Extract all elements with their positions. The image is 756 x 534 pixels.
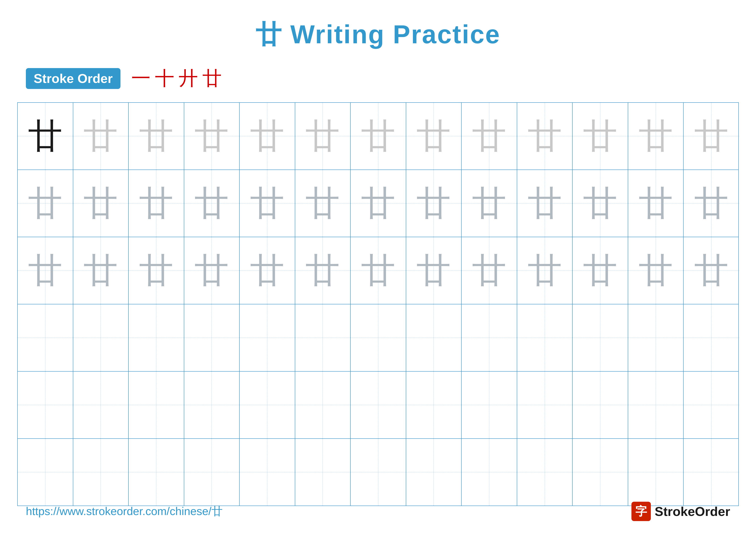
grid-cell: 廿	[18, 237, 73, 304]
grid-cell: 廿	[573, 237, 628, 304]
grid-cell: 廿	[406, 237, 462, 304]
grid-cell: 廿	[628, 237, 684, 304]
grid-cell	[129, 439, 184, 506]
grid-cell: 廿	[184, 170, 240, 237]
grid-cell	[406, 439, 462, 506]
practice-char: 廿	[28, 119, 63, 153]
practice-char: 廿	[83, 186, 118, 220]
practice-char: 廿	[694, 119, 729, 153]
footer: https://www.strokeorder.com/chinese/廿 字 …	[26, 502, 730, 521]
grid-cell	[184, 439, 240, 506]
grid-cell	[628, 439, 684, 506]
practice-char: 廿	[250, 119, 284, 153]
grid-cell: 廿	[129, 103, 184, 169]
practice-char: 廿	[583, 253, 617, 288]
practice-char: 廿	[139, 119, 174, 153]
practice-char: 廿	[361, 119, 395, 153]
grid-row-6	[18, 439, 738, 506]
practice-char: 廿	[694, 186, 729, 220]
grid-cell: 廿	[351, 237, 406, 304]
grid-cell: 廿	[73, 103, 129, 169]
grid-cell: 廿	[351, 103, 406, 169]
practice-char: 廿	[305, 186, 340, 220]
grid-row-2: 廿 廿 廿 廿 廿 廿 廿 廿 廿 廿 廿 廿 廿	[18, 170, 738, 237]
grid-cell	[18, 439, 73, 506]
grid-cell: 廿	[129, 170, 184, 237]
footer-url[interactable]: https://www.strokeorder.com/chinese/廿	[26, 504, 223, 519]
stroke-order-badge: Stroke Order	[26, 68, 121, 89]
grid-cell	[573, 304, 628, 371]
practice-char: 廿	[139, 253, 174, 288]
practice-char: 廿	[694, 253, 729, 288]
grid-row-4	[18, 304, 738, 371]
practice-char: 廿	[83, 119, 118, 153]
stroke-1: 一	[131, 65, 150, 91]
practice-char: 廿	[139, 186, 174, 220]
practice-char: 廿	[194, 119, 229, 153]
grid-cell	[184, 371, 240, 438]
practice-char: 廿	[527, 253, 562, 288]
grid-cell: 廿	[462, 103, 517, 169]
practice-char: 廿	[638, 253, 673, 288]
grid-cell: 廿	[684, 237, 739, 304]
grid-row-5	[18, 371, 738, 439]
grid-cell: 廿	[406, 170, 462, 237]
grid-cell	[684, 371, 739, 438]
grid-cell: 廿	[18, 103, 73, 169]
grid-cell: 廿	[351, 170, 406, 237]
grid-cell: 廿	[573, 103, 628, 169]
grid-cell	[573, 439, 628, 506]
grid-cell: 廿	[295, 103, 351, 169]
grid-cell	[295, 371, 351, 438]
practice-char: 廿	[305, 119, 340, 153]
grid-row-3: 廿 廿 廿 廿 廿 廿 廿 廿 廿 廿 廿 廿 廿	[18, 237, 738, 304]
practice-char: 廿	[28, 186, 63, 220]
grid-cell	[18, 371, 73, 438]
grid-cell	[351, 371, 406, 438]
grid-cell	[351, 304, 406, 371]
grid-cell: 廿	[295, 170, 351, 237]
grid-cell	[240, 371, 295, 438]
grid-cell: 廿	[184, 237, 240, 304]
grid-cell: 廿	[73, 170, 129, 237]
practice-char: 廿	[83, 253, 118, 288]
grid-cell	[517, 371, 573, 438]
grid-cell: 廿	[184, 103, 240, 169]
grid-cell	[295, 439, 351, 506]
grid-cell: 廿	[240, 237, 295, 304]
grid-cell	[462, 371, 517, 438]
grid-cell	[73, 371, 129, 438]
practice-char: 廿	[472, 119, 506, 153]
practice-char: 廿	[527, 186, 562, 220]
grid-cell: 廿	[73, 237, 129, 304]
practice-char: 廿	[583, 119, 617, 153]
practice-char: 廿	[250, 186, 284, 220]
grid-cell	[184, 304, 240, 371]
practice-char: 廿	[417, 253, 451, 288]
grid-cell: 廿	[129, 237, 184, 304]
grid-cell: 廿	[517, 103, 573, 169]
grid-cell: 廿	[517, 237, 573, 304]
practice-char: 廿	[250, 253, 284, 288]
grid-cell	[73, 439, 129, 506]
practice-char: 廿	[472, 253, 506, 288]
grid-cell: 廿	[517, 170, 573, 237]
grid-cell	[240, 439, 295, 506]
stroke-order-chars: 一 十 廾 廿	[131, 65, 222, 91]
practice-char: 廿	[361, 186, 395, 220]
grid-cell	[517, 439, 573, 506]
grid-cell: 廿	[240, 170, 295, 237]
stroke-2: 十	[155, 65, 174, 91]
grid-cell: 廿	[684, 170, 739, 237]
grid-cell	[684, 439, 739, 506]
stroke-order-section: Stroke Order 一 十 廾 廿	[26, 65, 756, 91]
grid-cell: 廿	[573, 170, 628, 237]
practice-char: 廿	[28, 253, 63, 288]
grid-cell	[462, 439, 517, 506]
grid-cell	[406, 304, 462, 371]
logo-icon: 字	[632, 502, 651, 521]
grid-cell: 廿	[462, 170, 517, 237]
grid-cell	[628, 304, 684, 371]
grid-cell	[628, 371, 684, 438]
grid-cell: 廿	[295, 237, 351, 304]
